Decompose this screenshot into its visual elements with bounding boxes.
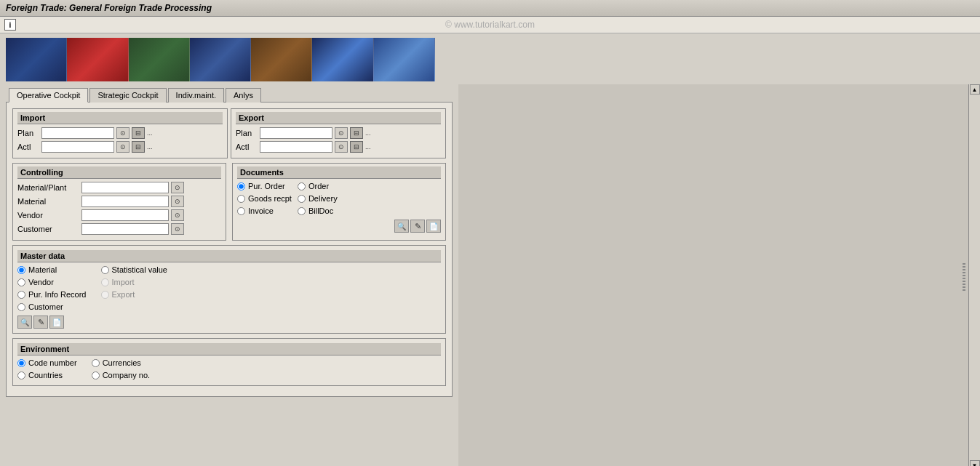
env-countries-radio[interactable] xyxy=(17,371,25,379)
md-statistical-radio[interactable] xyxy=(101,266,109,274)
import-plan-list-btn[interactable]: ⊟ xyxy=(132,127,145,139)
env-code-radio[interactable] xyxy=(17,359,25,367)
md-vendor-label[interactable]: Vendor xyxy=(28,278,54,286)
doc-pur-order-label[interactable]: Pur. Order xyxy=(248,182,285,190)
env-countries-row: Countries xyxy=(17,371,77,379)
resize-handle[interactable] xyxy=(963,263,965,292)
env-countries-label[interactable]: Countries xyxy=(28,371,63,379)
env-currencies-radio[interactable] xyxy=(92,359,100,367)
doc-delivery-label[interactable]: Delivery xyxy=(308,194,338,203)
controlling-section: Controlling Material/Plant ⊙ Material ⊙ … xyxy=(12,163,226,241)
import-label: Import xyxy=(17,112,223,124)
md-import-row: Import xyxy=(101,278,167,286)
md-search-btn[interactable]: 🔍 xyxy=(17,316,32,329)
ctrl-material-input[interactable] xyxy=(81,196,169,207)
ctrl-material-plant-row: Material/Plant ⊙ xyxy=(17,182,221,193)
doc-pur-order-radio[interactable] xyxy=(237,182,245,190)
ctrl-material-plant-btn[interactable]: ⊙ xyxy=(171,182,184,193)
export-plan-clock-btn[interactable]: ⊙ xyxy=(335,127,348,139)
md-pur-info-radio[interactable] xyxy=(17,291,25,299)
tab-strategic[interactable]: Strategic Cockpit xyxy=(89,88,166,103)
ctrl-vendor-input[interactable] xyxy=(81,209,169,221)
tab-indiv[interactable]: Indiv.maint. xyxy=(168,88,224,103)
export-plan-input[interactable] xyxy=(260,127,332,139)
right-panel: ▲ ▼ xyxy=(458,84,980,466)
tab-operative[interactable]: Operative Cockpit xyxy=(9,88,88,103)
ctrl-vendor-btn[interactable]: ⊙ xyxy=(171,209,184,221)
md-customer-radio[interactable] xyxy=(17,303,25,311)
md-material-label[interactable]: Material xyxy=(28,265,57,274)
md-export-label: Export xyxy=(112,290,135,299)
md-statistical-label[interactable]: Statistical value xyxy=(112,265,167,274)
import-plan-input[interactable] xyxy=(41,127,114,139)
doc-goods-recpt-label[interactable]: Goods recpt xyxy=(248,194,292,203)
master-data-action-icons: 🔍 ✎ 📄 xyxy=(17,316,441,329)
md-pur-info-label[interactable]: Pur. Info Record xyxy=(28,290,87,299)
export-actl-list-btn[interactable]: ⊟ xyxy=(350,141,363,153)
md-export-radio xyxy=(101,291,109,299)
import-export-row: Import Plan ⊙ ⊟ ... Ac xyxy=(12,108,446,158)
tab-anlys[interactable]: Anlys xyxy=(226,88,261,103)
import-section: Import Plan ⊙ ⊟ ... Ac xyxy=(12,108,228,158)
environment-content: Code number Countries Currencies xyxy=(17,358,441,381)
doc-billdoc-row: BillDoc xyxy=(298,206,338,215)
export-actl-clock-btn[interactable]: ⊙ xyxy=(335,141,348,153)
banner-seg7 xyxy=(374,38,435,81)
export-section: Export Plan ⊙ ⊟ ... Ac xyxy=(231,108,446,158)
doc-billdoc-radio[interactable] xyxy=(298,207,306,215)
doc-billdoc-label[interactable]: BillDoc xyxy=(308,206,333,215)
ctrl-customer-input[interactable] xyxy=(81,223,169,235)
left-panel: Operative Cockpit Strategic Cockpit Indi… xyxy=(0,84,458,466)
env-company-radio[interactable] xyxy=(92,371,100,379)
md-vendor-radio[interactable] xyxy=(17,278,25,286)
ctrl-material-btn[interactable]: ⊙ xyxy=(171,196,184,207)
banner-seg4 xyxy=(190,38,251,81)
documents-action-icons: 🔍 ✎ 📄 xyxy=(237,220,441,233)
ctrl-material-plant-input[interactable] xyxy=(81,182,169,193)
export-plan-row: Plan ⊙ ⊟ ... xyxy=(236,127,441,139)
import-plan-clock-btn[interactable]: ⊙ xyxy=(116,127,130,139)
md-pur-info-row: Pur. Info Record xyxy=(17,290,87,299)
export-plan-list-btn[interactable]: ⊟ xyxy=(350,127,363,139)
md-edit-btn[interactable]: ✎ xyxy=(33,316,48,329)
banner-seg3 xyxy=(129,38,190,81)
env-code-row: Code number xyxy=(17,358,77,367)
ctrl-customer-btn[interactable]: ⊙ xyxy=(171,223,184,235)
export-actl-label: Actl xyxy=(236,142,258,151)
env-currencies-label[interactable]: Currencies xyxy=(103,358,141,367)
doc-invoice-label[interactable]: Invoice xyxy=(248,206,274,215)
controlling-label: Controlling xyxy=(17,166,221,179)
md-copy-btn[interactable]: 📄 xyxy=(49,316,64,329)
md-export-row: Export xyxy=(101,290,167,299)
tab-content: Import Plan ⊙ ⊟ ... Ac xyxy=(6,102,453,397)
doc-search-btn[interactable]: 🔍 xyxy=(394,220,409,233)
md-customer-row: Customer xyxy=(17,302,87,311)
doc-copy-btn[interactable]: 📄 xyxy=(426,220,441,233)
environment-section: Environment Code number Countries xyxy=(12,338,446,386)
env-code-label[interactable]: Code number xyxy=(28,358,77,367)
import-actl-row: Actl ⊙ ⊟ ... xyxy=(17,141,223,153)
env-company-label[interactable]: Company no. xyxy=(103,371,150,379)
import-actl-clock-btn[interactable]: ⊙ xyxy=(116,141,130,153)
md-customer-label[interactable]: Customer xyxy=(28,302,63,311)
export-actl-row: Actl ⊙ ⊟ ... xyxy=(236,141,441,153)
doc-order-radio[interactable] xyxy=(298,182,306,190)
doc-invoice-radio[interactable] xyxy=(237,207,245,215)
import-plan-label: Plan xyxy=(17,129,39,137)
scroll-up-btn[interactable]: ▲ xyxy=(970,84,980,95)
vertical-scrollbar: ▲ ▼ xyxy=(968,84,980,466)
env-col1: Code number Countries xyxy=(17,358,77,381)
info-icon[interactable]: i xyxy=(4,19,16,31)
doc-delivery-radio[interactable] xyxy=(298,195,306,203)
import-actl-input[interactable] xyxy=(41,141,114,153)
doc-order-label[interactable]: Order xyxy=(308,182,329,190)
export-actl-input[interactable] xyxy=(260,141,332,153)
doc-goods-recpt-row: Goods recpt xyxy=(237,194,292,203)
environment-label: Environment xyxy=(17,343,441,355)
scroll-down-btn[interactable]: ▼ xyxy=(970,460,980,466)
md-material-radio[interactable] xyxy=(17,266,25,274)
import-actl-list-btn[interactable]: ⊟ xyxy=(132,141,145,153)
doc-goods-recpt-radio[interactable] xyxy=(237,195,245,203)
md-import-label: Import xyxy=(112,278,135,286)
doc-edit-btn[interactable]: ✎ xyxy=(410,220,425,233)
